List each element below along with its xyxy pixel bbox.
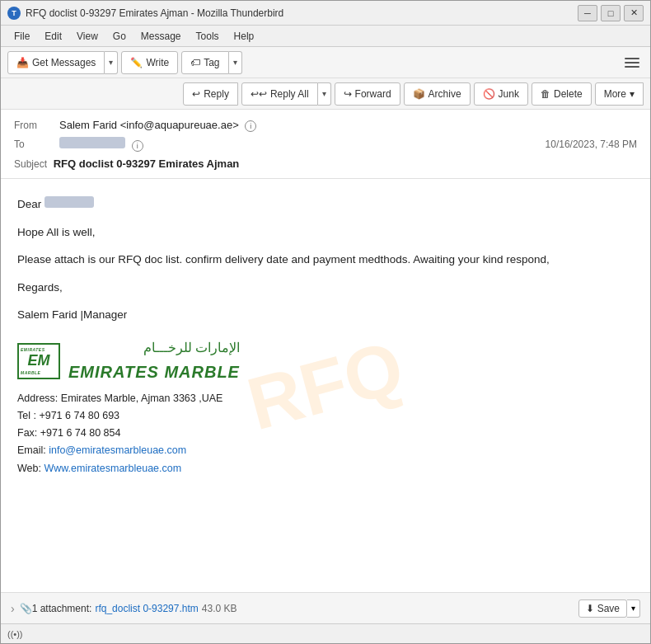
menu-file[interactable]: File	[7, 29, 36, 44]
para3: Regards,	[17, 279, 634, 297]
company-name-en: EMIRATES MARBLE	[68, 359, 240, 385]
close-button[interactable]: ✕	[624, 5, 644, 21]
paperclip-icon: 📎	[20, 603, 32, 614]
para2: Please attach is our RFQ doc list. confi…	[17, 251, 634, 269]
sender-info-icon[interactable]: i	[245, 120, 256, 132]
maximize-button[interactable]: □	[601, 5, 621, 21]
get-messages-group: 📥 Get Messages ▾	[7, 51, 118, 74]
from-label: From	[14, 120, 59, 131]
write-button[interactable]: ✏️ Write	[121, 51, 178, 74]
save-dropdown[interactable]: ▾	[627, 599, 640, 618]
reply-icon: ↩	[192, 88, 200, 100]
sig-web-link[interactable]: Www.emiratesmarbleuae.com	[44, 463, 181, 474]
menu-tools[interactable]: Tools	[190, 29, 226, 44]
reply-all-button[interactable]: ↩↩ Reply All	[241, 82, 318, 106]
menu-view[interactable]: View	[70, 29, 105, 44]
sig-web: Web: Www.emiratesmarbleuae.com	[17, 460, 634, 477]
reply-all-icon: ↩↩	[251, 88, 267, 100]
status-bar: ((•))	[1, 623, 650, 643]
from-row: From Salem Farid <info@aquapureuae.ae> i	[14, 116, 637, 134]
attachment-filename[interactable]: rfq_doclist 0-93297.htm	[95, 603, 198, 614]
window-controls: ─ □ ✕	[578, 5, 644, 21]
attachment-bar: › 📎 1 attachment: rfq_doclist 0-93297.ht…	[1, 592, 650, 623]
menu-message[interactable]: Message	[134, 29, 188, 44]
sig-tel: Tel : +971 6 74 80 693	[17, 407, 634, 425]
para4: Salem Farid |Manager	[17, 306, 634, 324]
sig-address: Address: Emirates Marble, Ajman 3363 ,UA…	[17, 390, 634, 407]
minimize-button[interactable]: ─	[578, 5, 597, 21]
inbox-icon: 📥	[16, 57, 29, 68]
pencil-icon: ✏️	[130, 57, 143, 68]
to-row: To i 10/16/2023, 7:48 PM	[14, 134, 637, 154]
tag-group: 🏷 Tag ▾	[181, 51, 241, 74]
email-header: From Salem Farid <info@aquapureuae.ae> i…	[1, 110, 650, 179]
tag-button[interactable]: 🏷 Tag	[181, 51, 228, 74]
email-content: Dear Hope All is well, Please attach is …	[17, 195, 634, 477]
signature-info: Address: Emirates Marble, Ajman 3363 ,UA…	[17, 390, 634, 477]
arabic-company-name: الإمارات للرخـــام	[68, 337, 240, 359]
to-blurred	[59, 137, 125, 148]
hamburger-menu[interactable]	[621, 51, 644, 74]
reply-button[interactable]: ↩ Reply	[183, 82, 238, 106]
greeting-blurred	[44, 196, 94, 208]
sig-email: Email: info@emiratesmarbleuae.com	[17, 442, 634, 459]
attachment-count: 1 attachment:	[32, 603, 92, 614]
action-bar: ↩ Reply ↩↩ Reply All ▾ ↪ Forward 📦 Archi…	[1, 78, 650, 110]
sig-fax: Fax: +971 6 74 80 854	[17, 425, 634, 442]
menu-edit[interactable]: Edit	[38, 29, 68, 44]
subject-label: Subject	[14, 158, 47, 170]
from-name: Salem Farid <info@aquapureuae.ae>	[59, 119, 239, 131]
archive-icon: 📦	[413, 88, 425, 100]
subject-row: Subject RFQ doclist 0-93297 Emirates Ajm…	[14, 154, 637, 172]
app-icon: T	[7, 7, 21, 20]
reply-group: ↩ Reply	[183, 82, 238, 106]
logo-box: EM	[17, 343, 60, 379]
menu-help[interactable]: Help	[227, 29, 261, 44]
to-value: i	[59, 137, 546, 152]
more-button[interactable]: More ▾	[595, 82, 644, 106]
junk-button[interactable]: 🚫 Junk	[474, 82, 528, 106]
get-messages-dropdown[interactable]: ▾	[105, 51, 118, 74]
wifi-icon: ((•))	[7, 629, 23, 639]
get-messages-button[interactable]: 📥 Get Messages	[7, 51, 105, 74]
save-button[interactable]: ⬇ Save	[578, 599, 627, 618]
menu-bar: File Edit View Go Message Tools Help	[1, 26, 650, 47]
to-label: To	[14, 139, 59, 150]
hamburger-line-2	[625, 62, 639, 63]
email-signature: EM الإمارات للرخـــام EMIRATES MARBLE Ad…	[17, 337, 634, 477]
to-info-icon[interactable]: i	[132, 140, 143, 152]
tag-dropdown[interactable]: ▾	[229, 51, 242, 74]
main-toolbar: 📥 Get Messages ▾ ✏️ Write 🏷 Tag ▾	[1, 47, 650, 78]
company-name-block: الإمارات للرخـــام EMIRATES MARBLE	[68, 337, 240, 385]
company-logo: EM الإمارات للرخـــام EMIRATES MARBLE	[17, 337, 634, 385]
window-title: RFQ doclist 0-93297 Emirates Ajman - Moz…	[26, 7, 578, 19]
sig-email-link[interactable]: info@emiratesmarbleuae.com	[49, 444, 186, 456]
forward-icon: ↪	[344, 88, 352, 100]
menu-go[interactable]: Go	[106, 29, 133, 44]
hamburger-line-1	[625, 58, 639, 59]
title-bar: T RFQ doclist 0-93297 Emirates Ajman - M…	[1, 1, 650, 26]
reply-all-group: ↩↩ Reply All ▾	[241, 82, 331, 106]
download-icon: ⬇	[586, 603, 594, 614]
hamburger-line-3	[625, 66, 639, 68]
save-group: ⬇ Save ▾	[578, 599, 640, 618]
delete-button[interactable]: 🗑 Delete	[532, 82, 592, 106]
from-value: Salem Farid <info@aquapureuae.ae> i	[59, 119, 637, 132]
subject-text: RFQ doclist 0-93297 Emirates Ajman	[54, 157, 240, 170]
para1: Hope All is well,	[17, 223, 634, 242]
email-date: 10/16/2023, 7:48 PM	[546, 139, 637, 150]
forward-button[interactable]: ↪ Forward	[335, 82, 400, 106]
archive-button[interactable]: 📦 Archive	[404, 82, 471, 106]
more-group: More ▾	[595, 82, 644, 106]
reply-all-dropdown[interactable]: ▾	[318, 82, 331, 106]
trash-icon: 🗑	[541, 88, 550, 100]
tag-icon: 🏷	[190, 57, 200, 68]
junk-icon: 🚫	[483, 88, 495, 100]
main-window: T RFQ doclist 0-93297 Emirates Ajman - M…	[0, 0, 651, 644]
greeting-paragraph: Dear	[17, 195, 634, 214]
more-chevron-icon: ▾	[630, 88, 635, 100]
chevron-right-icon: ›	[11, 602, 15, 615]
attachment-size: 43.0 KB	[202, 603, 237, 614]
email-body: RFQ Dear Hope All is well, Please attach…	[1, 179, 650, 592]
